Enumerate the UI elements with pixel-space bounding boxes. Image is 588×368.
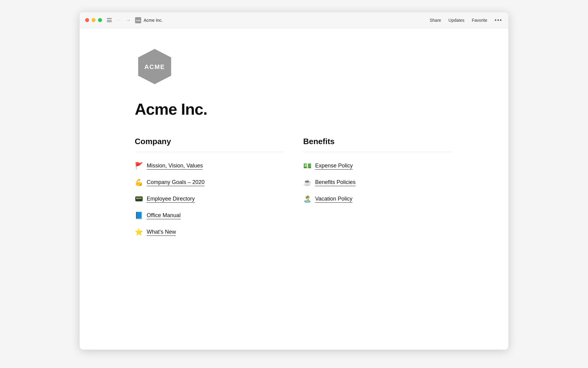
mission-icon: 🚩 (135, 162, 143, 170)
list-item[interactable]: 🚩 Mission, Vision, Values (135, 158, 285, 174)
expense-icon: 💵 (303, 162, 311, 170)
forward-button[interactable]: → (125, 17, 132, 23)
hamburger-menu[interactable] (107, 18, 112, 22)
manual-icon: 📘 (135, 212, 143, 220)
list-item[interactable]: 🏝️ Vacation Policy (303, 191, 453, 207)
mission-link: Mission, Vision, Values (147, 163, 203, 170)
close-button[interactable] (85, 18, 89, 22)
list-item[interactable]: 📘 Office Manual (135, 207, 285, 224)
nav-arrows: ← → (115, 17, 132, 23)
favorite-button[interactable]: Favorite (472, 18, 488, 23)
company-section: Company 🚩 Mission, Vision, Values 💪 Comp… (135, 137, 285, 240)
company-section-heading: Company (135, 137, 285, 146)
favicon-icon: ACME (135, 17, 141, 23)
hamburger-line (107, 18, 112, 19)
goals-link: Company Goals – 2020 (147, 179, 205, 186)
directory-link: Employee Directory (147, 196, 195, 203)
maximize-button[interactable] (98, 18, 102, 22)
list-item[interactable]: ☕ Benefits Policies (303, 174, 453, 191)
svg-text:ACME: ACME (136, 19, 141, 21)
expense-link: Expense Policy (315, 163, 353, 170)
goals-icon: 💪 (135, 178, 143, 186)
titlebar-actions: Share Updates Favorite ••• (430, 17, 502, 23)
svg-text:ACME: ACME (144, 63, 165, 70)
benefits-section: Benefits 💵 Expense Policy ☕ Benefits Pol… (303, 137, 453, 240)
breadcrumb: ACME Acme Inc. (135, 17, 163, 23)
page-title: Acme Inc. (135, 100, 453, 118)
breadcrumb-title: Acme Inc. (144, 18, 163, 23)
window-controls (85, 18, 102, 22)
company-divider (135, 152, 285, 152)
company-link-list: 🚩 Mission, Vision, Values 💪 Company Goal… (135, 158, 285, 240)
benefits-icon: ☕ (303, 178, 311, 186)
sections-grid: Company 🚩 Mission, Vision, Values 💪 Comp… (135, 137, 453, 240)
page-logo: ACME (135, 47, 453, 88)
updates-button[interactable]: Updates (448, 18, 464, 23)
titlebar: ← → ACME Acme Inc. Share Updates Favorit… (80, 12, 508, 28)
benefits-link: Benefits Policies (315, 179, 356, 186)
acme-logo: ACME (135, 47, 175, 86)
whatsnew-link: What's New (147, 229, 176, 236)
list-item[interactable]: 📟 Employee Directory (135, 191, 285, 207)
list-item[interactable]: 💪 Company Goals – 2020 (135, 174, 285, 191)
minimize-button[interactable] (92, 18, 96, 22)
manual-link: Office Manual (147, 212, 181, 219)
vacation-icon: 🏝️ (303, 195, 311, 203)
directory-icon: 📟 (135, 195, 143, 203)
share-button[interactable]: Share (430, 18, 441, 23)
hamburger-line (107, 20, 112, 21)
back-button[interactable]: ← (115, 17, 123, 23)
app-window: ← → ACME Acme Inc. Share Updates Favorit… (80, 12, 508, 350)
more-button[interactable]: ••• (495, 17, 502, 23)
benefits-divider (303, 152, 453, 152)
hamburger-line (107, 21, 112, 22)
list-item[interactable]: ⭐ What's New (135, 224, 285, 240)
list-item[interactable]: 💵 Expense Policy (303, 158, 453, 174)
vacation-link: Vacation Policy (315, 196, 352, 203)
whatsnew-icon: ⭐ (135, 228, 143, 236)
benefits-section-heading: Benefits (303, 137, 453, 146)
benefits-link-list: 💵 Expense Policy ☕ Benefits Policies 🏝️ … (303, 158, 453, 207)
page-content: ACME Acme Inc. Company 🚩 Mission, Vision… (80, 28, 508, 350)
